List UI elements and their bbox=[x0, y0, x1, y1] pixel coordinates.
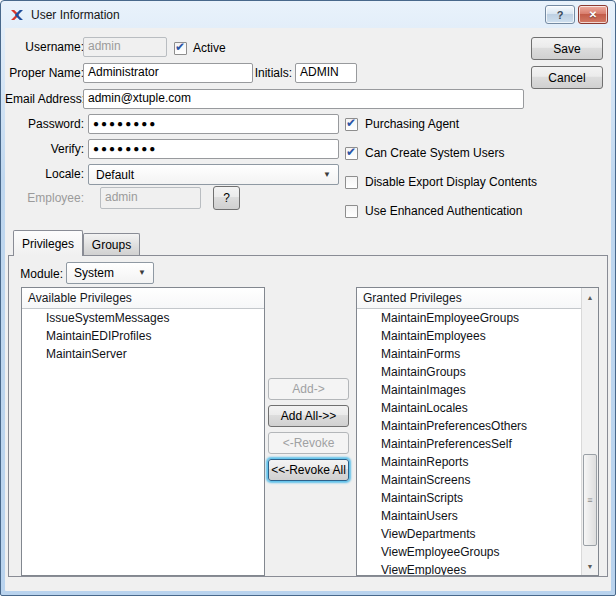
option-checkbox[interactable]: ✔ bbox=[345, 205, 358, 218]
username-label: Username: bbox=[5, 37, 84, 57]
active-checkbox[interactable]: ✔ bbox=[174, 42, 187, 55]
option-row[interactable]: ✔ Purchasing Agent bbox=[345, 116, 537, 132]
active-checkbox-row[interactable]: ✔ Active bbox=[174, 40, 226, 56]
chevron-down-icon: ▼ bbox=[138, 269, 146, 277]
password-label: Password: bbox=[5, 114, 84, 134]
option-label: Purchasing Agent bbox=[365, 117, 459, 131]
privilege-item[interactable]: MaintainImages bbox=[357, 381, 581, 399]
transfer-button[interactable]: <-Revoke bbox=[268, 432, 349, 454]
proper-name-label: Proper Name: bbox=[5, 63, 84, 83]
locale-label: Locale: bbox=[5, 164, 84, 184]
help-button[interactable]: ? bbox=[545, 5, 575, 24]
option-label: Disable Export Display Contents bbox=[365, 175, 537, 189]
username-field[interactable]: admin bbox=[83, 37, 167, 57]
user-options: ✔ Purchasing Agent ✔ Can Create System U… bbox=[345, 116, 537, 232]
privilege-item[interactable]: IssueSystemMessages bbox=[22, 309, 264, 327]
module-combobox[interactable]: System ▼ bbox=[66, 262, 154, 284]
scrollbar-thumb[interactable]: ≡ bbox=[583, 454, 597, 546]
privilege-item[interactable]: ViewDepartments bbox=[357, 525, 581, 543]
window-title: User Information bbox=[31, 8, 120, 22]
available-privileges-items: IssueSystemMessages MaintainEDIProfiles … bbox=[22, 309, 264, 363]
chevron-down-icon: ▼ bbox=[323, 171, 331, 179]
user-information-window: User Information ? ✕ Username: Proper Na… bbox=[0, 0, 616, 596]
employee-field[interactable]: admin bbox=[100, 187, 201, 209]
password-field[interactable]: ●●●●●●●● bbox=[88, 114, 339, 134]
privilege-item[interactable]: MaintainEmployeeGroups bbox=[357, 309, 581, 327]
email-field[interactable]: admin@xtuple.com bbox=[83, 89, 524, 109]
titlebar[interactable]: User Information ? ✕ bbox=[5, 1, 611, 28]
locale-combobox[interactable]: Default ▼ bbox=[88, 164, 339, 185]
privileges-tab-panel: Module: System ▼ Available Privileges Is… bbox=[8, 255, 608, 577]
initials-label: Initials: bbox=[216, 63, 292, 83]
check-icon: ✔ bbox=[175, 40, 185, 54]
option-label: Use Enhanced Authentication bbox=[365, 204, 522, 218]
module-label: Module: bbox=[0, 264, 63, 284]
verify-field[interactable]: ●●●●●●●● bbox=[88, 139, 339, 159]
cancel-button[interactable]: Cancel bbox=[531, 66, 603, 89]
option-checkbox[interactable]: ✔ bbox=[345, 147, 358, 160]
scroll-down-icon[interactable]: ▼ bbox=[582, 558, 598, 574]
active-checkbox-label: Active bbox=[193, 41, 226, 55]
transfer-buttons: Add-> Add All->> <-Revoke <<-Revoke All bbox=[268, 378, 349, 486]
option-checkbox[interactable]: ✔ bbox=[345, 176, 358, 189]
privilege-item[interactable]: MaintainGroups bbox=[357, 363, 581, 381]
available-privileges-header[interactable]: Available Privileges bbox=[22, 288, 264, 309]
granted-privileges-header[interactable]: Granted Privileges bbox=[357, 288, 581, 309]
privilege-item[interactable]: MaintainPreferencesOthers bbox=[357, 417, 581, 435]
close-icon: ✕ bbox=[589, 9, 597, 20]
option-row[interactable]: ✔ Use Enhanced Authentication bbox=[345, 203, 537, 219]
available-privileges-list: Available Privileges IssueSystemMessages… bbox=[21, 287, 265, 576]
vertical-scrollbar[interactable]: ▲ ≡ ▼ bbox=[581, 288, 598, 575]
option-row[interactable]: ✔ Can Create System Users bbox=[345, 145, 537, 161]
initials-field[interactable]: ADMIN bbox=[295, 63, 357, 83]
privilege-item[interactable]: ViewEmployeeGroups bbox=[357, 543, 581, 561]
locale-combobox-value: Default bbox=[96, 168, 134, 182]
option-label: Can Create System Users bbox=[365, 146, 504, 160]
privilege-item[interactable]: MaintainServer bbox=[22, 345, 264, 363]
scroll-up-icon[interactable]: ▲ bbox=[582, 289, 598, 305]
privilege-item[interactable]: ViewEmployees bbox=[357, 561, 581, 576]
privilege-item[interactable]: MaintainEmployees bbox=[357, 327, 581, 345]
tab-groups[interactable]: Groups bbox=[83, 233, 140, 256]
option-row[interactable]: ✔ Disable Export Display Contents bbox=[345, 174, 537, 190]
grip-icon: ≡ bbox=[587, 496, 592, 505]
check-icon: ✔ bbox=[346, 145, 356, 159]
dialog-body: Username: Proper Name: Email Address: Pa… bbox=[5, 28, 611, 591]
privilege-item[interactable]: MaintainUsers bbox=[357, 507, 581, 525]
option-checkbox[interactable]: ✔ bbox=[345, 118, 358, 131]
privilege-item[interactable]: MaintainScreens bbox=[357, 471, 581, 489]
transfer-button[interactable]: <<-Revoke All bbox=[268, 459, 349, 481]
privilege-item[interactable]: MaintainReports bbox=[357, 453, 581, 471]
help-icon: ? bbox=[557, 9, 564, 21]
privilege-item[interactable]: MaintainEDIProfiles bbox=[22, 327, 264, 345]
employee-label: Employee: bbox=[5, 188, 84, 208]
granted-privileges-list: Granted Privileges MaintainEmployeeGroup… bbox=[356, 287, 599, 576]
employee-lookup-button[interactable]: ? bbox=[213, 186, 240, 210]
email-label: Email Address: bbox=[5, 89, 84, 109]
privilege-item[interactable]: MaintainForms bbox=[357, 345, 581, 363]
xtuple-logo-icon bbox=[9, 7, 25, 23]
tab-privileges[interactable]: Privileges bbox=[13, 230, 83, 256]
transfer-button[interactable]: Add All->> bbox=[268, 405, 349, 427]
privilege-item[interactable]: MaintainScripts bbox=[357, 489, 581, 507]
save-button[interactable]: Save bbox=[531, 37, 603, 60]
privilege-item[interactable]: MaintainPreferencesSelf bbox=[357, 435, 581, 453]
question-mark-icon: ? bbox=[223, 191, 230, 205]
transfer-button[interactable]: Add-> bbox=[268, 378, 349, 400]
close-button[interactable]: ✕ bbox=[578, 5, 608, 24]
granted-privileges-items: MaintainEmployeeGroups MaintainEmployees… bbox=[357, 309, 581, 576]
check-icon: ✔ bbox=[346, 116, 356, 130]
privilege-item[interactable]: MaintainLocales bbox=[357, 399, 581, 417]
module-combobox-value: System bbox=[74, 266, 114, 280]
verify-label: Verify: bbox=[5, 139, 84, 159]
